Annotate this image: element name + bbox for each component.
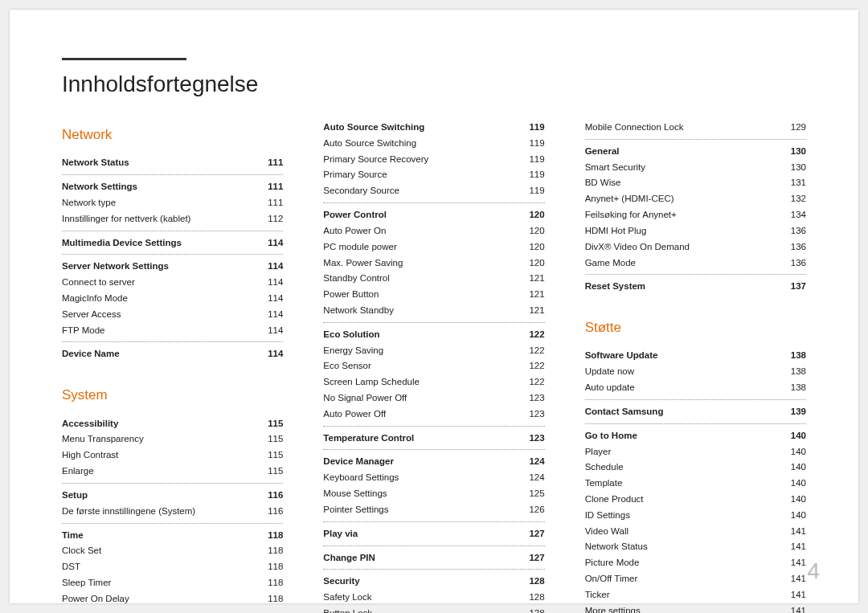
toc-row: Reset System137 <box>585 279 806 295</box>
divider <box>323 546 544 546</box>
toc-row: Setup116 <box>62 488 283 504</box>
toc-row: On/Off Timer141 <box>585 571 806 587</box>
toc-label: Primary Source <box>323 168 522 182</box>
toc-row: PC module power120 <box>323 239 544 255</box>
toc-page: 114 <box>261 236 283 251</box>
toc-page: 139 <box>784 405 806 419</box>
divider <box>62 231 283 231</box>
toc-row: Menu Transparency115 <box>62 431 283 447</box>
toc-row: Feilsøking for Anynet+134 <box>585 207 806 223</box>
toc-page: 116 <box>261 488 283 503</box>
toc-page: 140 <box>784 460 806 475</box>
toc-page: 121 <box>522 288 544 302</box>
toc-label: Network Status <box>585 540 784 554</box>
toc-label: Primary Source Recovery <box>323 153 522 167</box>
toc-columns: Network Network Status111Network Setting… <box>62 120 806 613</box>
toc-page: 123 <box>522 407 544 422</box>
toc-page: 125 <box>522 487 544 501</box>
toc-label: De første innstillingene (System) <box>62 505 261 519</box>
toc-page: 131 <box>784 176 806 190</box>
toc-page: 115 <box>261 448 283 463</box>
toc-page: 118 <box>261 529 283 543</box>
toc-label: Time <box>62 529 261 543</box>
column-3: Mobile Connection Lock129General130Smart… <box>585 120 806 613</box>
toc-row: Auto Power Off123 <box>323 407 544 423</box>
toc-label: Auto Power Off <box>323 407 522 422</box>
toc-label: Screen Lamp Schedule <box>323 375 522 390</box>
toc-page: 114 <box>261 324 283 338</box>
col3-block2: Software Update138Update now138Auto upda… <box>585 348 806 613</box>
page: Innholdsfortegnelse Network Network Stat… <box>10 10 858 603</box>
toc-row: Template140 <box>585 476 806 492</box>
toc-label: Setup <box>62 488 261 503</box>
toc-row: Server Access114 <box>62 307 283 323</box>
toc-page: 111 <box>261 180 283 194</box>
toc-label: Innstillinger for nettverk (kablet) <box>62 212 261 227</box>
toc-row: BD Wise131 <box>585 175 806 191</box>
toc-label: Device Name <box>62 347 261 362</box>
toc-row: Eco Solution122 <box>323 327 544 343</box>
divider <box>585 139 806 140</box>
toc-label: Reset System <box>585 280 784 294</box>
divider <box>323 521 544 522</box>
toc-page: 138 <box>784 381 806 395</box>
toc-label: Keyboard Settings <box>323 471 522 485</box>
divider <box>62 174 283 175</box>
toc-row: Time118 <box>62 528 283 544</box>
toc-label: Energy Saving <box>323 344 522 358</box>
toc-page: 119 <box>522 168 544 182</box>
toc-row: MagicInfo Mode114 <box>62 291 283 307</box>
toc-label: High Contrast <box>62 448 261 463</box>
column-1: Network Network Status111Network Setting… <box>62 120 283 613</box>
toc-row: Primary Source119 <box>323 167 544 183</box>
toc-label: More settings <box>585 604 784 613</box>
toc-label: On/Off Timer <box>585 572 784 586</box>
toc-label: Contact Samsung <box>585 405 784 419</box>
toc-page: 141 <box>784 588 806 603</box>
toc-page: 111 <box>261 156 283 170</box>
divider <box>585 399 806 400</box>
toc-page: 124 <box>522 455 544 469</box>
toc-page: 120 <box>522 240 544 255</box>
toc-row: Network Standby121 <box>323 303 544 319</box>
toc-page: 114 <box>261 308 283 322</box>
toc-page: 140 <box>784 509 806 523</box>
toc-row: Secondary Source119 <box>323 183 544 199</box>
toc-label: Device Manager <box>323 455 522 469</box>
toc-label: Power Button <box>323 288 522 302</box>
col1-block2: Accessibility115Menu Transparency115High… <box>62 416 283 607</box>
toc-label: Network Settings <box>62 180 261 194</box>
toc-row: Schedule140 <box>585 460 806 476</box>
toc-label: HDMI Hot Plug <box>585 224 784 239</box>
toc-page: 128 <box>522 607 544 613</box>
toc-page: 138 <box>784 349 806 363</box>
toc-page: 122 <box>522 375 544 390</box>
toc-label: Change PIN <box>323 551 522 566</box>
toc-page: 118 <box>261 576 283 591</box>
toc-page: 141 <box>784 556 806 570</box>
toc-page: 119 <box>522 153 544 167</box>
toc-row: Pointer Settings126 <box>323 502 544 518</box>
toc-label: Eco Solution <box>323 328 522 342</box>
toc-row: Clock Set118 <box>62 543 283 559</box>
divider <box>585 423 806 424</box>
divider <box>585 274 806 275</box>
divider <box>323 322 544 323</box>
toc-label: Mouse Settings <box>323 487 522 501</box>
toc-page: 114 <box>261 292 283 306</box>
toc-page: 115 <box>261 417 283 431</box>
toc-page: 122 <box>522 328 544 342</box>
toc-label: Template <box>585 476 784 491</box>
toc-row: Ticker141 <box>585 587 806 603</box>
toc-label: Sleep Timer <box>62 576 261 591</box>
toc-row: Primary Source Recovery119 <box>323 152 544 168</box>
toc-row: Energy Saving122 <box>323 343 544 359</box>
toc-page: 114 <box>261 276 283 290</box>
toc-label: DST <box>62 560 261 574</box>
toc-label: Server Access <box>62 308 261 322</box>
toc-label: Auto Source Switching <box>323 121 522 135</box>
toc-page: 119 <box>522 184 544 198</box>
toc-page: 122 <box>522 344 544 358</box>
toc-page: 121 <box>522 304 544 318</box>
toc-page: 138 <box>784 365 806 379</box>
